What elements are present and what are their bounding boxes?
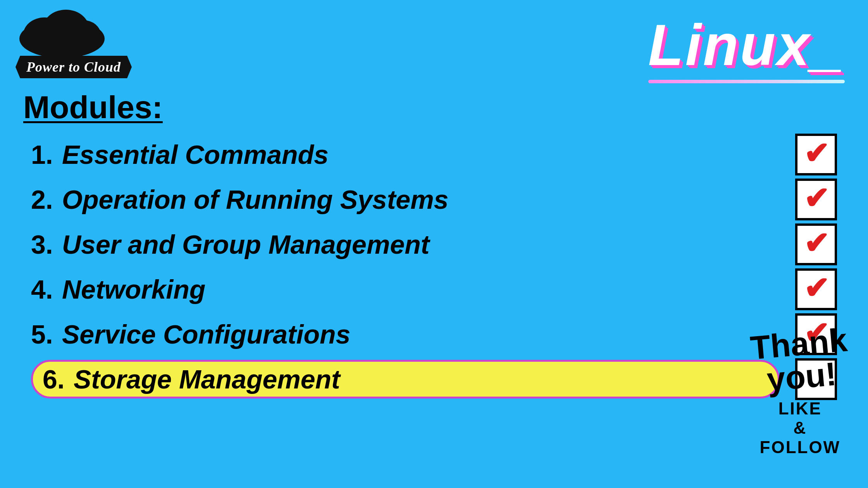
- thankyou-text: Thankyou!: [749, 323, 851, 397]
- svg-point-3: [66, 20, 101, 50]
- list-item: 1. Essential Commands ✔: [31, 134, 837, 175]
- brand-label: Power to Cloud: [16, 56, 132, 78]
- linux-title: Linux_: [648, 12, 845, 79]
- modules-list: 1. Essential Commands ✔ 2. Operation of …: [31, 134, 837, 403]
- checkbox-4: ✔: [795, 268, 837, 310]
- thankyou-section: Thankyou! LIKE&FOLLOW: [752, 327, 849, 457]
- checkbox-3: ✔: [795, 223, 837, 265]
- cloud-icon: [16, 8, 178, 60]
- modules-heading: Modules:: [23, 89, 163, 125]
- checkbox-2: ✔: [795, 179, 837, 220]
- highlighted-item-6: 6. Storage Management: [31, 360, 780, 399]
- linux-underline: [648, 80, 845, 83]
- list-item: 6. Storage Management: [31, 358, 837, 400]
- list-item: 5. Service Configurations ✔: [31, 313, 837, 355]
- list-item: 2. Operation of Running Systems ✔: [31, 179, 837, 220]
- list-item: 4. Networking ✔: [31, 268, 837, 310]
- list-item: 3. User and Group Management ✔: [31, 223, 837, 265]
- like-follow-text: LIKE&FOLLOW: [752, 399, 849, 457]
- checkbox-1: ✔: [795, 134, 837, 175]
- linux-title-text: Linux_: [648, 12, 845, 79]
- logo-area: Power to Cloud: [16, 8, 178, 78]
